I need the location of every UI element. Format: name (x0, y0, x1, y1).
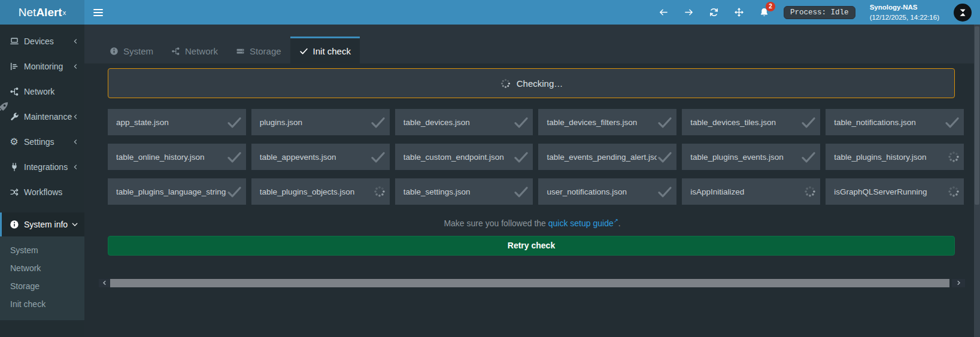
check-item-name: table_custom_endpoint.json (403, 153, 504, 162)
check-icon (513, 149, 529, 165)
init-check-item-app-state-json: app_state.json (108, 109, 246, 135)
check-item-name: isGraphQLServerRunning (834, 187, 927, 196)
sidebar-item-devices[interactable]: Devices (0, 29, 84, 54)
tab-network[interactable]: Network (162, 37, 227, 63)
tab-label: Init check (313, 46, 351, 56)
vertical-scrollbar[interactable] (974, 25, 980, 337)
sidebar-item-label: Monitoring (24, 62, 63, 71)
check-item-name: table_settings.json (403, 187, 471, 196)
chevron-left-icon (72, 164, 78, 170)
init-check-grid: app_state.jsonplugins.jsontable_devices.… (108, 109, 964, 205)
check-icon (370, 149, 386, 165)
external-link-icon: ↗ (614, 217, 618, 224)
init-check-item-table-settings-json: table_settings.json (395, 178, 533, 205)
sidebar-subitem-network[interactable]: Network (0, 259, 84, 277)
horizontal-scrollbar-thumb[interactable] (110, 279, 949, 287)
init-check-item-table-plugins-history-json: table_plugins_history.json (826, 144, 964, 170)
spinner-icon (500, 78, 511, 89)
spinner-icon (803, 185, 817, 198)
check-icon (944, 114, 960, 130)
sidebar-item-label: Network (24, 87, 54, 96)
init-check-item-table-devices-json: table_devices.json (395, 109, 533, 135)
help-prefix: Make sure you followed the (444, 218, 548, 228)
sidebar-subitem-init-check[interactable]: Init check (0, 295, 84, 313)
tab-label: Storage (250, 46, 281, 56)
host-info: Synology-NAS (12/12/2025, 14:22:16) (870, 2, 939, 22)
check-icon (513, 114, 529, 130)
chevron-left-icon (102, 280, 107, 286)
tab-init-check[interactable]: Init check (290, 37, 360, 63)
sidebar-item-label: Integrations (24, 162, 68, 172)
chevron-left-icon (72, 114, 78, 120)
refresh-icon[interactable] (708, 7, 719, 18)
init-check-item-table-notifications-json: table_notifications.json (826, 109, 964, 135)
check-item-name: table_appevents.json (260, 153, 336, 162)
sidebar-subitem-storage[interactable]: Storage (0, 277, 84, 295)
notifications-button[interactable]: 2 (758, 7, 769, 18)
check-icon (513, 184, 529, 200)
forward-arrow-icon[interactable] (683, 7, 694, 18)
tab-system[interactable]: System (101, 37, 162, 63)
check-icon (657, 184, 673, 200)
help-text: Make sure you followed the quick setup g… (84, 217, 980, 228)
chevron-down-icon (71, 221, 78, 228)
check-item-name: isAppInitialized (690, 187, 744, 196)
check-icon (226, 149, 242, 165)
shuffle-icon (8, 187, 20, 197)
brand-bold: Alert (36, 6, 62, 19)
init-check-item-table-custom-endpoint-json: table_custom_endpoint.json (395, 144, 533, 170)
process-status-pill: Process: Idle (784, 6, 855, 19)
chart-icon (8, 62, 20, 71)
init-check-item-table-online-history-json: table_online_history.json (108, 144, 246, 170)
tab-storage[interactable]: Storage (227, 37, 290, 63)
init-check-item-isgraphqlserverrunning: isGraphQLServerRunning (826, 178, 964, 205)
sidebar-item-label: Devices (24, 37, 54, 46)
sidebar-item-workflows[interactable]: Workflows (0, 180, 84, 205)
help-suffix: . (618, 218, 621, 228)
sidebar-item-maintenance[interactable]: Maintenance (0, 104, 84, 129)
storage-icon (236, 47, 245, 56)
check-item-name: table_events_pending_alert.json (547, 153, 657, 162)
tab-label: Network (185, 46, 218, 56)
spinner-icon (947, 150, 960, 163)
plug-icon (8, 162, 20, 172)
sidebar-item-label: System info (24, 220, 68, 229)
init-check-item-table-plugins-events-json: table_plugins_events.json (682, 144, 820, 170)
sidebar-item-system-info[interactable]: System info (0, 212, 84, 236)
user-avatar[interactable] (954, 4, 972, 22)
host-name: Synology-NAS (870, 2, 939, 12)
init-check-item-isappinitialized: isAppInitialized (682, 178, 820, 205)
quick-setup-guide-link[interactable]: quick setup guide (548, 218, 614, 228)
check-icon (226, 184, 242, 200)
scroll-left-button[interactable] (99, 279, 110, 287)
check-icon (657, 114, 673, 130)
hamburger-icon (93, 9, 103, 16)
retry-check-button[interactable]: Retry check (108, 236, 955, 256)
sidebar: DevicesMonitoringNetworkMaintenance⚙Sett… (0, 25, 84, 337)
check-item-name: plugins.json (260, 118, 302, 127)
sidebar-item-network[interactable]: Network (0, 79, 84, 104)
scroll-right-button[interactable] (952, 279, 965, 287)
chevron-right-icon (956, 280, 961, 286)
sidebar-item-label: Settings (24, 137, 54, 147)
app-logo[interactable]: NetAlertx (0, 0, 84, 25)
sidebar-item-label: Workflows (24, 187, 62, 197)
tab-label: System (123, 46, 153, 56)
check-icon (657, 149, 673, 165)
sidebar-item-monitoring[interactable]: Monitoring (0, 54, 84, 79)
check-item-name: user_notifications.json (547, 187, 627, 196)
info-icon (110, 47, 119, 56)
back-arrow-icon[interactable] (658, 7, 669, 18)
avatar-glyph-icon (957, 7, 968, 18)
sidebar-subitem-system[interactable]: System (0, 241, 84, 259)
check-icon (226, 114, 242, 130)
sidebar-item-settings[interactable]: ⚙Settings (0, 129, 84, 154)
move-icon[interactable] (733, 7, 744, 18)
notification-badge: 2 (766, 2, 775, 11)
sidebar-item-integrations[interactable]: Integrations (0, 154, 84, 180)
horizontal-scrollbar (99, 279, 965, 287)
sidebar-toggle-button[interactable] (84, 0, 112, 25)
check-status-text: Checking… (517, 78, 563, 89)
check-item-name: app_state.json (116, 118, 169, 127)
vertical-scrollbar-thumb[interactable] (975, 26, 979, 205)
